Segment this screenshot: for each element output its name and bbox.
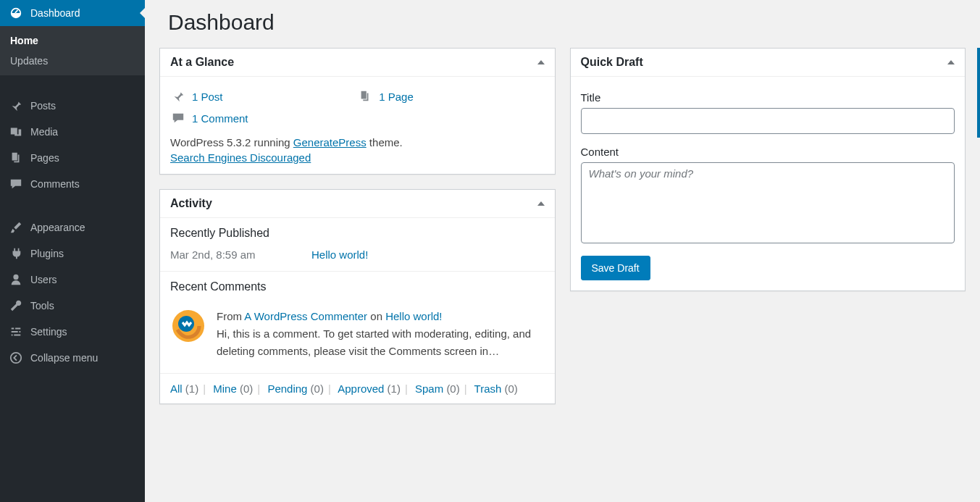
menu-posts[interactable]: Posts xyxy=(0,93,145,119)
filter-approved[interactable]: Approved xyxy=(338,382,384,395)
right-edge-accent xyxy=(977,48,980,138)
menu-appearance-label: Appearance xyxy=(30,222,85,233)
menu-dashboard[interactable]: Dashboard xyxy=(0,0,145,26)
search-engines-discouraged-link[interactable]: Search Engines Discouraged xyxy=(170,151,311,164)
pin-icon xyxy=(170,90,186,103)
toggle-panel-icon[interactable] xyxy=(537,60,545,64)
published-item: Mar 2nd, 8:59 am Hello world! xyxy=(160,246,555,271)
submenu-dashboard: Home Updates xyxy=(0,26,145,75)
filter-all[interactable]: All xyxy=(170,382,183,395)
plug-icon xyxy=(9,246,23,261)
pages-icon xyxy=(9,151,23,165)
page-title: Dashboard xyxy=(159,0,966,48)
menu-separator xyxy=(0,80,145,88)
menu-dashboard-label: Dashboard xyxy=(30,7,80,19)
menu-tools[interactable]: Tools xyxy=(0,293,145,319)
filter-spam[interactable]: Spam xyxy=(415,382,443,395)
comment-excerpt: Hi, this is a comment. To get started wi… xyxy=(217,325,545,360)
toggle-panel-icon[interactable] xyxy=(537,201,545,206)
comment-meta: From A WordPress Commenter on Hello worl… xyxy=(217,308,545,325)
menu-plugins[interactable]: Plugins xyxy=(0,240,145,267)
menu-posts-label: Posts xyxy=(30,100,56,112)
menu-pages[interactable]: Pages xyxy=(0,145,145,171)
menu-tools-label: Tools xyxy=(30,300,54,311)
glance-pages[interactable]: 1 Page xyxy=(357,85,544,107)
menu-settings[interactable]: Settings xyxy=(0,319,145,345)
title-label: Title xyxy=(581,91,955,104)
collapse-menu-label: Collapse menu xyxy=(30,352,98,364)
quick-draft-widget: Quick Draft Title Content Save Draft xyxy=(570,48,966,291)
menu-appearance[interactable]: Appearance xyxy=(0,214,145,240)
gauge-icon xyxy=(9,6,23,20)
glance-comments[interactable]: 1 Comment xyxy=(170,107,357,129)
glance-comments-link[interactable]: 1 Comment xyxy=(192,112,248,125)
toggle-panel-icon[interactable] xyxy=(947,60,955,64)
collapse-icon xyxy=(9,351,23,365)
comment-filters: All (1)| Mine (0)| Pending (0)| Approved… xyxy=(160,373,555,403)
comment-icon xyxy=(170,112,186,125)
at-a-glance-title: At a Glance xyxy=(170,56,234,69)
filter-mine[interactable]: Mine xyxy=(213,382,237,395)
main-content: Dashboard At a Glance 1 Post xyxy=(145,0,980,502)
admin-sidebar: Dashboard Home Updates Posts Media Pages… xyxy=(0,0,145,502)
published-post-link[interactable]: Hello world! xyxy=(311,248,368,261)
draft-title-input[interactable] xyxy=(581,108,955,134)
svg-point-0 xyxy=(11,353,21,363)
wrench-icon xyxy=(9,298,23,313)
pin-icon xyxy=(9,99,23,113)
at-a-glance-widget: At a Glance 1 Post xyxy=(159,48,556,175)
filter-pending[interactable]: Pending xyxy=(267,382,307,395)
menu-media-label: Media xyxy=(30,126,58,138)
avatar xyxy=(170,308,206,344)
activity-widget: Activity Recently Published Mar 2nd, 8:5… xyxy=(159,189,556,404)
comment-author-link[interactable]: A WordPress Commenter xyxy=(244,310,367,322)
pages-icon xyxy=(357,90,373,103)
wordpress-version: WordPress 5.3.2 running GeneratePress th… xyxy=(170,136,545,148)
glance-pages-link[interactable]: 1 Page xyxy=(379,91,414,103)
user-icon xyxy=(9,272,23,287)
media-icon xyxy=(9,125,23,139)
filter-trash[interactable]: Trash xyxy=(474,382,502,395)
menu-pages-label: Pages xyxy=(30,152,59,164)
menu-comments-label: Comments xyxy=(30,178,80,190)
comment-icon xyxy=(9,177,23,191)
collapse-menu[interactable]: Collapse menu xyxy=(0,345,145,371)
glance-posts[interactable]: 1 Post xyxy=(170,85,357,107)
glance-posts-link[interactable]: 1 Post xyxy=(192,91,223,103)
submenu-home[interactable]: Home xyxy=(0,30,145,51)
recent-comment: From A WordPress Commenter on Hello worl… xyxy=(160,299,555,373)
menu-separator xyxy=(0,201,145,210)
save-draft-button[interactable]: Save Draft xyxy=(581,256,650,280)
quick-draft-title: Quick Draft xyxy=(581,56,643,69)
comment-post-link[interactable]: Hello world! xyxy=(385,310,442,322)
brush-icon xyxy=(9,220,23,235)
menu-users-label: Users xyxy=(30,274,57,285)
activity-title: Activity xyxy=(170,197,212,210)
menu-plugins-label: Plugins xyxy=(30,248,64,259)
recent-comments-heading: Recent Comments xyxy=(160,272,555,299)
draft-content-input[interactable] xyxy=(581,162,955,243)
content-label: Content xyxy=(581,146,955,158)
sliders-icon xyxy=(9,325,23,339)
menu-users[interactable]: Users xyxy=(0,267,145,293)
menu-comments[interactable]: Comments xyxy=(0,171,145,197)
menu-media[interactable]: Media xyxy=(0,119,145,145)
recently-published-heading: Recently Published xyxy=(160,218,555,246)
theme-link[interactable]: GeneratePress xyxy=(293,136,367,148)
published-date: Mar 2nd, 8:59 am xyxy=(170,248,311,261)
submenu-updates[interactable]: Updates xyxy=(0,51,145,71)
menu-settings-label: Settings xyxy=(30,326,67,338)
